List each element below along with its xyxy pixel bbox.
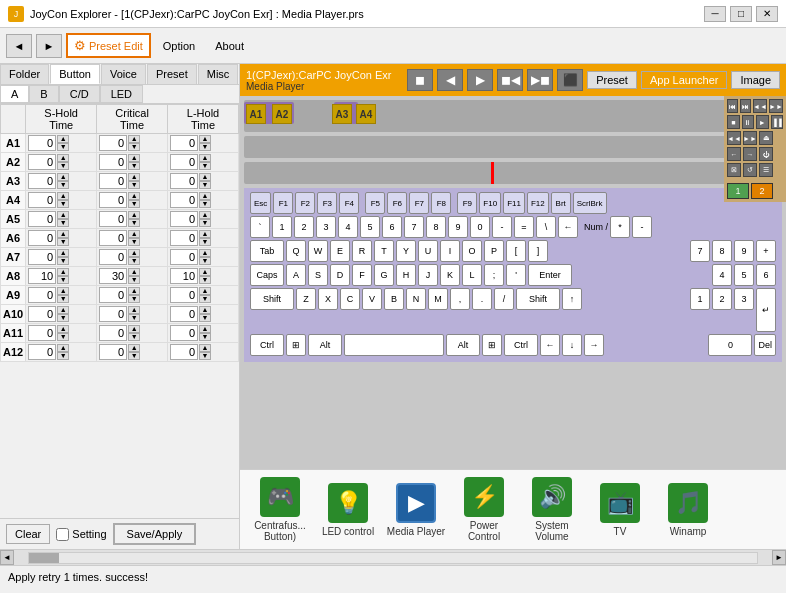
key-equals[interactable]: = — [514, 216, 534, 238]
right-tab-preset[interactable]: Preset — [587, 71, 637, 89]
media-btn-prev-prev[interactable]: ⏮ — [727, 99, 738, 113]
setting-checkbox-label[interactable]: Setting — [56, 528, 106, 541]
sub-tab-led[interactable]: LED — [100, 85, 143, 103]
key-backspace[interactable]: ← — [558, 216, 578, 238]
key-f1[interactable]: F1 — [273, 192, 293, 214]
key-f4[interactable]: F4 — [339, 192, 359, 214]
color-tab-1[interactable]: 1 — [727, 183, 749, 199]
key-f11[interactable]: F11 — [503, 192, 525, 214]
sub-tab-b[interactable]: B — [29, 85, 58, 103]
key-a3[interactable]: A3 — [332, 104, 352, 124]
key-m[interactable]: M — [428, 288, 448, 310]
media-btn-left[interactable]: ← — [727, 147, 741, 161]
key-num-7[interactable]: 7 — [690, 240, 710, 262]
key-quote[interactable]: ' — [506, 264, 526, 286]
icon-btn-4[interactable]: ◼◀ — [497, 69, 523, 91]
key-i[interactable]: I — [440, 240, 460, 262]
key-u[interactable]: U — [418, 240, 438, 262]
clear-button[interactable]: Clear — [6, 524, 50, 544]
key-f[interactable]: F — [352, 264, 372, 286]
key-f2[interactable]: F2 — [295, 192, 315, 214]
key-2[interactable]: 2 — [294, 216, 314, 238]
setting-checkbox[interactable] — [56, 528, 69, 541]
key-3[interactable]: 3 — [316, 216, 336, 238]
minimize-button[interactable]: ─ — [704, 6, 726, 22]
key-space[interactable] — [344, 334, 444, 356]
media-btn-x[interactable]: ⊠ — [727, 163, 741, 177]
key-lctrl[interactable]: Ctrl — [250, 334, 284, 356]
key-f3[interactable]: F3 — [317, 192, 337, 214]
key-num-5[interactable]: 5 — [734, 264, 754, 286]
titlebar-controls[interactable]: ─ □ ✕ — [704, 6, 778, 22]
key-j[interactable]: J — [418, 264, 438, 286]
media-btn-rw[interactable]: ◄◄ — [753, 99, 767, 113]
app-icon-led[interactable]: 💡 LED control — [318, 483, 378, 537]
key-caps[interactable]: Caps — [250, 264, 284, 286]
key-a2[interactable]: A2 — [272, 104, 292, 124]
color-tab-2[interactable]: 2 — [751, 183, 773, 199]
key-comma[interactable]: , — [450, 288, 470, 310]
key-t[interactable]: T — [374, 240, 394, 262]
key-rwin[interactable]: ⊞ — [482, 334, 502, 356]
close-button[interactable]: ✕ — [756, 6, 778, 22]
app-icon-winamp[interactable]: 🎵 Winamp — [658, 483, 718, 537]
app-icon-centrafus[interactable]: 🎮 Centrafus... Button) — [250, 477, 310, 542]
key-ralt[interactable]: Alt — [446, 334, 480, 356]
key-num-star[interactable]: * — [610, 216, 630, 238]
tab-voice[interactable]: Voice — [101, 64, 146, 84]
key-n[interactable]: N — [406, 288, 426, 310]
key-left[interactable]: ← — [540, 334, 560, 356]
media-btn-rw2[interactable]: ◄◄ — [727, 131, 741, 145]
key-1[interactable]: 1 — [272, 216, 292, 238]
key-num-minus[interactable]: - — [632, 216, 652, 238]
key-f5[interactable]: F5 — [365, 192, 385, 214]
key-f6[interactable]: F6 — [387, 192, 407, 214]
key-f10[interactable]: F10 — [479, 192, 501, 214]
key-f12[interactable]: F12 — [527, 192, 549, 214]
key-right[interactable]: → — [584, 334, 604, 356]
media-btn-pp[interactable]: ▐▐ — [771, 115, 784, 129]
key-backslash[interactable]: \ — [536, 216, 556, 238]
key-f7[interactable]: F7 — [409, 192, 429, 214]
key-num-4[interactable]: 4 — [712, 264, 732, 286]
key-c[interactable]: C — [340, 288, 360, 310]
scroll-thumb[interactable] — [29, 553, 59, 563]
key-lshift[interactable]: Shift — [250, 288, 294, 310]
key-x[interactable]: X — [318, 288, 338, 310]
key-9[interactable]: 9 — [448, 216, 468, 238]
key-l[interactable]: L — [462, 264, 482, 286]
key-backtick[interactable]: ` — [250, 216, 270, 238]
key-0[interactable]: 0 — [470, 216, 490, 238]
forward-button[interactable]: ► — [36, 34, 62, 58]
media-btn-right[interactable]: → — [743, 147, 757, 161]
key-b[interactable]: B — [384, 288, 404, 310]
option-menu[interactable]: Option — [155, 37, 203, 55]
key-w[interactable]: W — [308, 240, 328, 262]
key-num-0[interactable]: 0 — [708, 334, 752, 356]
key-up[interactable]: ↑ — [562, 288, 582, 310]
scroll-right-arrow[interactable]: ► — [772, 550, 786, 565]
about-menu[interactable]: About — [207, 37, 252, 55]
key-period[interactable]: . — [472, 288, 492, 310]
right-tab-image[interactable]: Image — [731, 71, 780, 89]
key-brt[interactable]: Brt — [551, 192, 571, 214]
app-icon-volume[interactable]: 🔊 System Volume — [522, 477, 582, 542]
icon-btn-1[interactable]: ◼ — [407, 69, 433, 91]
icon-btn-6[interactable]: ⬛ — [557, 69, 583, 91]
scroll-track[interactable] — [28, 552, 758, 564]
tab-folder[interactable]: Folder — [0, 64, 49, 84]
key-num-3[interactable]: 3 — [734, 288, 754, 310]
key-p[interactable]: P — [484, 240, 504, 262]
key-num-9[interactable]: 9 — [734, 240, 754, 262]
key-v[interactable]: V — [362, 288, 382, 310]
key-y[interactable]: Y — [396, 240, 416, 262]
media-btn-play[interactable]: ► — [756, 115, 769, 129]
key-q[interactable]: Q — [286, 240, 306, 262]
key-enter[interactable]: Enter — [528, 264, 572, 286]
key-o[interactable]: O — [462, 240, 482, 262]
media-btn-eject[interactable]: ⏏ — [759, 131, 773, 145]
key-f9[interactable]: F9 — [457, 192, 477, 214]
maximize-button[interactable]: □ — [730, 6, 752, 22]
key-d[interactable]: D — [330, 264, 350, 286]
key-k[interactable]: K — [440, 264, 460, 286]
